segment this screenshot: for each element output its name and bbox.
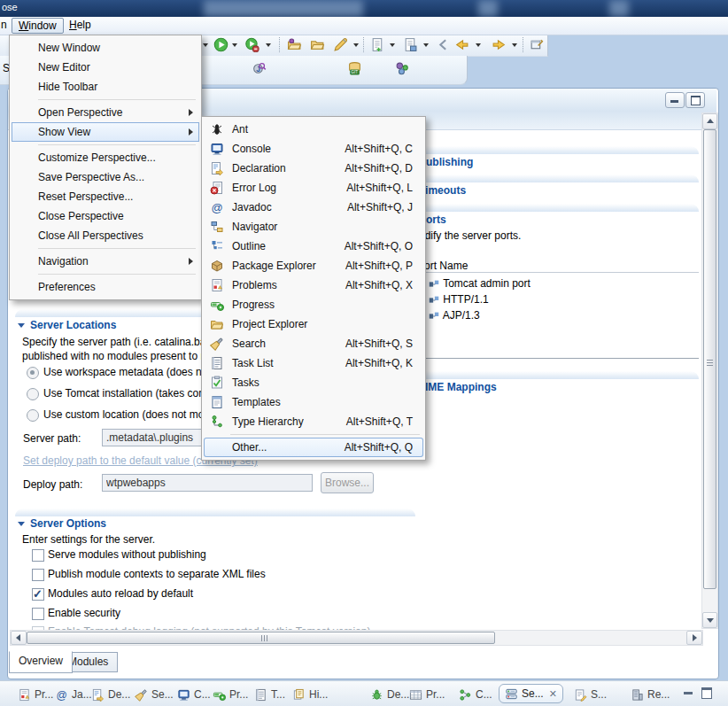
- scrollbar-thumb[interactable]: [27, 632, 495, 644]
- dropdown-caret-icon[interactable]: [353, 43, 359, 47]
- trim-debug[interactable]: De...: [370, 687, 409, 702]
- checkbox-serve-modules[interactable]: [32, 549, 44, 562]
- forward-icon[interactable]: [492, 37, 507, 52]
- trim-snippets[interactable]: S...: [574, 687, 607, 702]
- menu-item-task-list[interactable]: Task ListAlt+Shift+Q, K: [204, 353, 423, 373]
- server-options-title[interactable]: Server Options: [18, 517, 106, 530]
- menu-item-other[interactable]: Other...Alt+Shift+Q, Q: [204, 438, 423, 457]
- menubar-fragment[interactable]: n: [1, 19, 7, 31]
- maximize-editor-button[interactable]: [685, 92, 705, 108]
- java-browsing-icon[interactable]: [252, 61, 267, 76]
- radio-custom-location[interactable]: [27, 409, 39, 422]
- publishing-section-title[interactable]: Publishing: [419, 156, 473, 168]
- menu-item-templates[interactable]: Templates: [204, 392, 423, 412]
- menu-item-ant[interactable]: Ant: [204, 120, 423, 139]
- browse-button[interactable]: Browse...: [321, 472, 374, 493]
- trim-problems[interactable]: Pr...: [18, 687, 53, 702]
- dropdown-caret-icon[interactable]: [266, 43, 271, 47]
- highlighter-icon[interactable]: [333, 37, 348, 52]
- menu-item-tasks[interactable]: Tasks: [204, 373, 423, 392]
- horizontal-scrollbar[interactable]: [10, 630, 703, 646]
- back-icon[interactable]: [454, 37, 469, 52]
- menu-item-javadoc[interactable]: JavadocAlt+Shift+Q, J: [204, 198, 423, 217]
- problems-icon: [210, 278, 224, 292]
- trim-task-list[interactable]: T...: [254, 687, 285, 702]
- menu-item-outline[interactable]: OutlineAlt+Shift+Q, O: [204, 237, 423, 256]
- menu-item-navigation[interactable]: Navigation: [12, 252, 199, 271]
- menu-item-show-view[interactable]: Show View: [12, 122, 199, 142]
- scroll-up-button[interactable]: [702, 113, 717, 129]
- deploy-path-input[interactable]: [102, 474, 313, 492]
- trim-javadoc[interactable]: Ja...: [55, 687, 92, 702]
- menu-item-new-window[interactable]: New Window: [12, 38, 199, 58]
- dropdown-caret-icon[interactable]: [203, 43, 208, 47]
- trim-properties[interactable]: Pr...: [409, 687, 445, 702]
- checkbox-publish-contexts[interactable]: [32, 569, 44, 581]
- scroll-right-button[interactable]: [686, 631, 702, 645]
- open-type-folder-icon[interactable]: [287, 37, 302, 52]
- menu-item-package-explorer[interactable]: Package ExplorerAlt+Shift+Q, P: [204, 256, 423, 275]
- port-row[interactable]: Tomcat admin port: [428, 276, 531, 291]
- menu-item-declaration[interactable]: DeclarationAlt+Shift+Q, D: [204, 159, 423, 178]
- trim-progress[interactable]: Pr...: [213, 687, 248, 702]
- checkbox-modules-auto-reload[interactable]: [32, 588, 44, 601]
- menu-item-open-perspective[interactable]: Open Perspective: [12, 103, 199, 122]
- menu-item-save-perspective-as[interactable]: Save Perspective As...: [12, 167, 199, 187]
- open-folder-icon[interactable]: [310, 37, 325, 52]
- dropdown-caret-icon[interactable]: [476, 43, 481, 47]
- dropdown-caret-icon[interactable]: [423, 43, 429, 47]
- run-external-icon[interactable]: [244, 37, 259, 52]
- trim-remote-systems[interactable]: Re...: [631, 687, 670, 702]
- trim-servers-active[interactable]: Se...✕: [499, 684, 563, 703]
- dropdown-caret-icon[interactable]: [390, 43, 395, 47]
- radio-workspace-metadata[interactable]: [27, 367, 39, 379]
- mime-section-title[interactable]: MIME Mappings: [416, 381, 497, 393]
- menu-item-new-editor[interactable]: New Editor: [12, 58, 199, 77]
- menu-item-error-log[interactable]: Error LogAlt+Shift+Q, L: [204, 178, 423, 198]
- last-edit-location-icon[interactable]: [436, 37, 451, 52]
- javascript-icon[interactable]: [395, 61, 410, 76]
- menu-item-reset-perspective[interactable]: Reset Perspective...: [12, 187, 199, 206]
- show-view-menu: Ant ConsoleAlt+Shift+Q, C DeclarationAlt…: [201, 116, 426, 461]
- menu-item-navigator[interactable]: Navigator: [204, 217, 423, 237]
- new-snippet-page-icon[interactable]: [370, 37, 385, 52]
- menu-item-problems[interactable]: ProblemsAlt+Shift+Q, X: [204, 275, 423, 295]
- radio-tomcat-installation[interactable]: [27, 388, 39, 400]
- menu-item-type-hierarchy[interactable]: Type HierarchyAlt+Shift+Q, T: [204, 412, 423, 431]
- menu-item-progress[interactable]: Progress: [204, 295, 423, 314]
- port-row[interactable]: HTTP/1.1: [428, 292, 489, 307]
- close-icon[interactable]: ✕: [549, 688, 557, 700]
- menu-item-customize-perspective[interactable]: Customize Perspective...: [12, 148, 199, 167]
- restore-view-icon[interactable]: [701, 687, 712, 699]
- scrollbar-thumb[interactable]: [703, 129, 716, 589]
- trim-history[interactable]: Hi...: [292, 687, 328, 702]
- port-row[interactable]: AJP/1.3: [428, 308, 480, 323]
- scroll-down-button[interactable]: [702, 612, 717, 628]
- menu-window[interactable]: Window: [12, 18, 64, 34]
- menu-item-console[interactable]: ConsoleAlt+Shift+Q, C: [204, 139, 423, 159]
- menu-item-preferences[interactable]: Preferences: [12, 277, 199, 297]
- menu-item-hide-toolbar[interactable]: Hide Toolbar: [12, 77, 199, 97]
- trim-search[interactable]: Se...: [135, 687, 174, 702]
- trim-console[interactable]: C...: [177, 687, 211, 702]
- git-icon[interactable]: [347, 61, 362, 76]
- menu-item-close-all-perspectives[interactable]: Close All Perspectives: [12, 226, 199, 245]
- trim-declaration[interactable]: De...: [91, 687, 130, 702]
- dropdown-caret-icon[interactable]: [512, 43, 517, 47]
- menu-item-close-perspective[interactable]: Close Perspective: [12, 206, 199, 226]
- tab-overview[interactable]: Overview: [9, 651, 73, 673]
- checkbox-enable-security[interactable]: [32, 608, 44, 620]
- pin-editor-icon[interactable]: [530, 37, 545, 52]
- menu-item-project-explorer[interactable]: Project Explorer: [204, 314, 423, 334]
- minimize-view-icon[interactable]: [684, 692, 693, 694]
- vertical-scrollbar[interactable]: [701, 112, 718, 629]
- menu-item-search[interactable]: SearchAlt+Shift+Q, S: [204, 334, 423, 353]
- scroll-left-button[interactable]: [11, 631, 27, 645]
- minimize-editor-button[interactable]: [665, 92, 685, 108]
- menu-help[interactable]: Help: [69, 19, 91, 31]
- run-icon[interactable]: [213, 37, 228, 52]
- dropdown-caret-icon[interactable]: [232, 43, 237, 47]
- linked-page-icon[interactable]: [403, 37, 418, 52]
- server-locations-title[interactable]: Server Locations: [18, 319, 116, 331]
- trim-call-hierarchy[interactable]: C...: [459, 687, 492, 702]
